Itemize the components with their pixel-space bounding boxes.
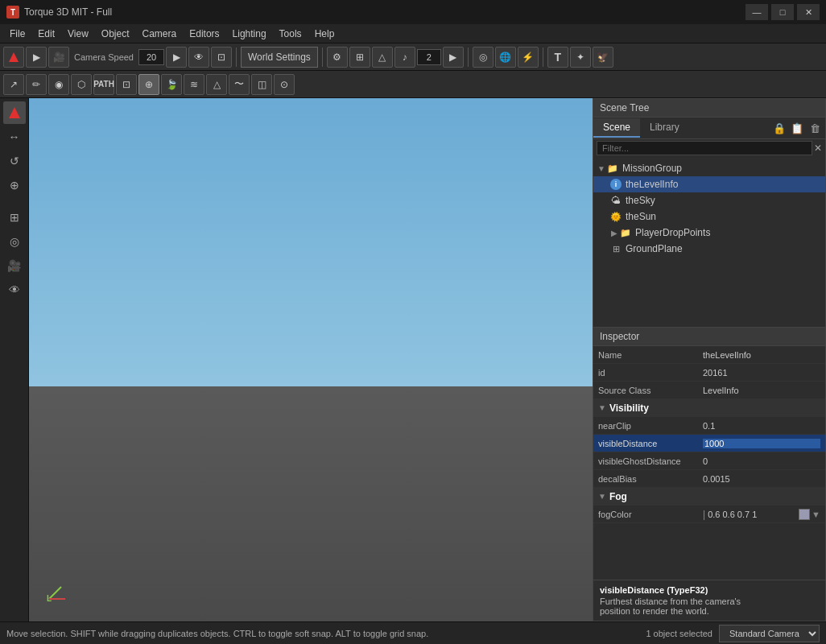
inspector-value-visibledistance: 1000 — [703, 439, 820, 448]
expand-missiongroup[interactable]: ▼ — [597, 163, 606, 173]
toolbar-terrain-btn[interactable]: △ — [372, 47, 393, 68]
menu-object[interactable]: Object — [95, 27, 136, 41]
toolbar-icon-e[interactable]: ✦ — [570, 47, 591, 68]
toolbar-transform-btn[interactable] — [3, 47, 24, 68]
tree-item-groundplane[interactable]: ⊞ GroundPlane — [593, 241, 825, 257]
toolbar2-decal-btn[interactable]: ◫ — [251, 74, 272, 95]
toolbar2-tool-btn[interactable]: ⊙ — [274, 74, 295, 95]
toolbar2-leaf-btn[interactable]: 🍃 — [161, 74, 182, 95]
inspector-label-decalbias: decalBias — [598, 474, 703, 484]
scene-delete-btn[interactable]: 🗑 — [806, 119, 824, 137]
scene-filter-input[interactable] — [597, 141, 812, 155]
menu-tools[interactable]: Tools — [273, 27, 308, 41]
inspector-label-ghostdistance: visibleGhostDistance — [598, 456, 703, 466]
toolbar-icon-c[interactable]: 🌐 — [495, 47, 516, 68]
inspector-row-name: Name theLevelInfo — [593, 346, 825, 364]
section-label-visibility: Visibility — [609, 402, 649, 414]
inspector-label-fogcolor: fogColor — [598, 510, 703, 519]
titlebar-left: T Torque 3D MIT - Full — [6, 6, 112, 19]
snap-number-input[interactable] — [417, 49, 441, 65]
menu-edit[interactable]: Edit — [31, 27, 61, 41]
filter-close-btn[interactable]: ✕ — [814, 142, 822, 154]
axis-indicator: L — [45, 579, 69, 605]
sidebar-rotate-btn[interactable]: ↺ — [3, 150, 26, 172]
toolbar2-tri-btn[interactable]: △ — [206, 74, 227, 95]
menu-help[interactable]: Help — [308, 27, 341, 41]
tree-item-sun[interactable]: 🌞 theSun — [593, 208, 825, 225]
toolbar-icon-a[interactable]: ⚙ — [327, 47, 348, 68]
expand-playerdroppoints[interactable]: ▶ — [609, 228, 619, 237]
inspector-section-fog[interactable]: ▼ Fog — [593, 488, 825, 506]
toolbar2-wind-btn[interactable]: ≋ — [184, 74, 204, 95]
toolbar-play-btn[interactable]: ▶ — [26, 47, 47, 68]
menu-camera[interactable]: Camera — [136, 27, 184, 41]
info-icon-levelinfo: i — [609, 178, 622, 191]
scene-tree-tabs-area: Scene Library 🔒 📋 🗑 — [593, 118, 825, 139]
snap-up-btn[interactable]: ▶ — [443, 47, 464, 68]
scene-tree-panel: Scene Tree Scene Library 🔒 📋 🗑 ✕ ▼ 📁 Mis… — [593, 98, 826, 328]
sidebar-eye-btn[interactable]: 👁 — [3, 279, 26, 301]
inspector-panel: Inspector Name theLevelInfo id 20161 Sou… — [593, 328, 826, 621]
status-message: Move selection. SHIFT while dragging dup… — [6, 629, 428, 638]
toolbar-t-btn[interactable]: T — [547, 47, 568, 68]
menu-view[interactable]: View — [61, 27, 95, 41]
inspector-section-visibility[interactable]: ▼ Visibility — [593, 399, 825, 417]
camera-mode-dropdown[interactable]: Standard Camera Free Camera Orbit Camera — [719, 625, 820, 642]
world-settings-button[interactable]: World Settings — [241, 47, 318, 68]
sidebar-snap-btn[interactable]: ⊞ — [3, 206, 26, 229]
minimize-button[interactable]: — — [745, 4, 768, 20]
inspector-row-sourceclass: Source Class LevelInfo — [593, 382, 825, 399]
tree-label-missiongroup: MissionGroup — [622, 163, 682, 174]
inspector-row-id: id 20161 — [593, 364, 825, 382]
toolbar2-rect-btn[interactable]: ⊡ — [116, 74, 137, 95]
sidebar-scale-btn[interactable]: ⊕ — [3, 174, 26, 196]
inspector-row-visibledistance[interactable]: visibleDistance 1000 — [593, 435, 825, 452]
toolbar2-shape-btn[interactable]: ⬡ — [71, 74, 92, 95]
section-arrow-fog: ▼ — [598, 492, 606, 501]
sidebar-transform-btn[interactable] — [3, 101, 26, 124]
tree-item-missiongroup[interactable]: ▼ 📁 MissionGroup — [593, 160, 825, 176]
toolbar2-water-btn[interactable]: 〜 — [229, 74, 250, 95]
toolbar-icon-b[interactable]: ◎ — [473, 47, 494, 68]
fogcolor-swatch[interactable] — [799, 509, 810, 520]
inspector-tooltip: visibleDistance (TypeF32) Furthest dista… — [593, 580, 825, 621]
fogcolor-dropdown-arrow[interactable]: ▼ — [812, 510, 820, 519]
inspector-header: Inspector — [593, 328, 825, 346]
tab-scene[interactable]: Scene — [593, 118, 640, 138]
scene-actions: 🔒 📋 🗑 — [769, 118, 825, 138]
folder-icon-missiongroup: 📁 — [606, 162, 619, 175]
tree-item-sky[interactable]: 🌤 theSky — [593, 192, 825, 208]
sidebar-move-btn[interactable]: ↔ — [3, 126, 26, 148]
toolbar2-brush-btn[interactable]: ✏ — [26, 74, 47, 95]
camera-speed-input[interactable] — [138, 49, 164, 65]
tree-item-levelinfo[interactable]: i theLevelInfo — [593, 176, 825, 192]
toolbar-icon-d[interactable]: ⚡ — [518, 47, 539, 68]
menu-lighting[interactable]: Lighting — [226, 27, 273, 41]
inspector-value-name: theLevelInfo — [703, 350, 820, 360]
tab-library[interactable]: Library — [640, 118, 689, 138]
maximize-button[interactable]: □ — [771, 4, 794, 20]
toolbar-eye-btn[interactable]: 👁 — [188, 47, 209, 68]
titlebar-controls: — □ ✕ — [745, 4, 820, 20]
menu-editors[interactable]: Editors — [183, 27, 225, 41]
inspector-value-ghostdistance: 0 — [703, 456, 820, 466]
toolbar2-circle-btn[interactable]: ◉ — [48, 74, 69, 95]
toolbar-camera-btn[interactable]: 🎥 — [48, 47, 69, 68]
toolbar2-select-btn[interactable]: ⊕ — [138, 74, 159, 95]
tree-item-playerdroppoints[interactable]: ▶ 📁 PlayerDropPoints — [593, 225, 825, 241]
toolbar2-move-btn[interactable]: ↗ — [3, 74, 24, 95]
toolbar-grid-btn[interactable]: ⊞ — [349, 47, 370, 68]
scene-lock-btn[interactable]: 🔒 — [770, 119, 788, 137]
sidebar-cam-btn[interactable]: 🎥 — [3, 254, 26, 277]
camera-speed-up-btn[interactable]: ▶ — [166, 47, 187, 68]
sidebar-obj-btn[interactable]: ◎ — [3, 230, 26, 253]
toolbar2-path-btn[interactable]: PATH — [93, 74, 114, 95]
inspector-value-fogcolor: 0.6 0.6 0.7 1 — [708, 510, 795, 519]
toolbar-audio-btn[interactable]: ♪ — [394, 47, 415, 68]
menu-file[interactable]: File — [3, 27, 31, 41]
close-button[interactable]: ✕ — [797, 4, 820, 20]
toolbar-snap-btn[interactable]: ⊡ — [211, 47, 232, 68]
scene-copy-btn[interactable]: 📋 — [788, 119, 806, 137]
toolbar-icon-f[interactable]: 🦅 — [593, 47, 613, 68]
svg-marker-0 — [9, 52, 19, 62]
